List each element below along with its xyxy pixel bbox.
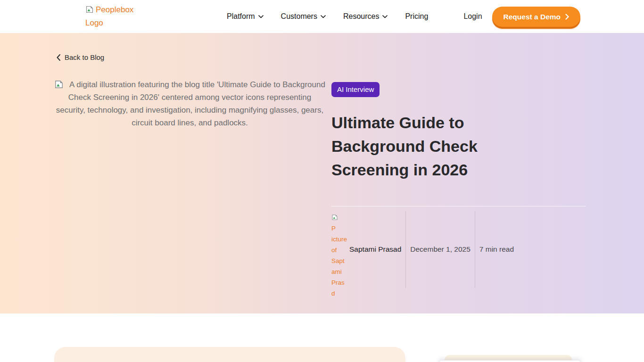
nav-item-pricing[interactable]: Pricing bbox=[405, 12, 428, 21]
nav-item-customers[interactable]: Customers bbox=[281, 12, 326, 21]
broken-image-icon bbox=[54, 80, 64, 89]
chevron-down-icon bbox=[321, 15, 326, 18]
broken-image-icon bbox=[85, 5, 94, 14]
avatar-alt-line: of bbox=[331, 245, 347, 255]
post-header-column: AI Interview Ultimate Guide to Backgroun… bbox=[331, 78, 586, 288]
read-time: 7 min read bbox=[475, 211, 514, 288]
request-demo-button[interactable]: Request a Demo bbox=[492, 7, 580, 27]
post-meta-row: P icture of Sapt ami Pras d Saptami Pras… bbox=[331, 211, 586, 288]
avatar-alt-line: ami bbox=[331, 266, 347, 277]
hero-content: A digital illustration featuring the blo… bbox=[0, 78, 644, 288]
login-link[interactable]: Login bbox=[463, 12, 482, 21]
avatar-alt-line: icture bbox=[331, 234, 347, 245]
chevron-right-icon bbox=[565, 14, 569, 20]
avatar-alt-line: Pras bbox=[331, 277, 347, 288]
nav-item-resources[interactable]: Resources bbox=[343, 12, 388, 21]
nav-right-group: Login Request a Demo bbox=[463, 7, 580, 27]
nav-item-label: Platform bbox=[227, 12, 255, 21]
category-badge[interactable]: AI Interview bbox=[331, 82, 380, 97]
author-name[interactable]: Saptami Prasad bbox=[347, 211, 405, 288]
avatar-alt-line: P bbox=[331, 212, 347, 234]
author-avatar-broken: P icture of Sapt ami Pras d bbox=[331, 211, 347, 288]
nav-item-label: Pricing bbox=[405, 12, 428, 21]
post-hero-image-broken: A digital illustration featuring the blo… bbox=[54, 78, 325, 129]
article-body-section bbox=[0, 313, 644, 362]
brand-logo[interactable]: Peoplebox Logo bbox=[85, 3, 138, 30]
chevron-down-icon bbox=[382, 15, 388, 18]
meta-divider-rule bbox=[331, 206, 586, 206]
avatar-alt-line: d bbox=[331, 288, 347, 299]
back-to-blog-link[interactable]: Back to Blog bbox=[57, 53, 104, 61]
nav-item-platform[interactable]: Platform bbox=[227, 12, 264, 21]
post-title: Ultimate Guide to Background Check Scree… bbox=[331, 111, 529, 181]
chevron-down-icon bbox=[258, 15, 264, 18]
chevron-left-icon bbox=[57, 54, 60, 61]
request-demo-label: Request a Demo bbox=[504, 13, 561, 21]
nav-item-label: Resources bbox=[343, 12, 379, 21]
nav-item-label: Customers bbox=[281, 12, 317, 21]
back-to-blog-label: Back to Blog bbox=[65, 53, 104, 61]
article-summary-card bbox=[54, 347, 405, 362]
post-date: December 1, 2025 bbox=[406, 211, 475, 288]
main-menu: Platform Customers Resources Pricing bbox=[227, 12, 428, 21]
sidebar-card-front bbox=[438, 360, 581, 362]
post-hero-section: Back to Blog A digital illustration feat… bbox=[0, 33, 644, 313]
avatar-alt-line: Sapt bbox=[331, 255, 347, 266]
hero-image-alt-text: A digital illustration featuring the blo… bbox=[56, 80, 325, 127]
broken-image-icon bbox=[331, 214, 338, 221]
top-navigation: Peoplebox Logo Platform Customers Resour… bbox=[0, 0, 644, 33]
